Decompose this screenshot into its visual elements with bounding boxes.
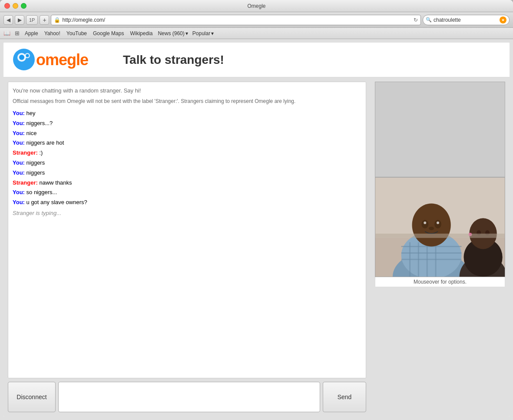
tab-indicator[interactable]: 1P <box>26 15 38 25</box>
msg-text-2: niggers...? <box>26 120 53 126</box>
msg-text-7: niggers <box>26 169 45 176</box>
chat-line-4: You: niggers are hot <box>13 139 361 148</box>
you-label-10: You: <box>13 199 25 205</box>
msg-text-3: nice <box>26 130 37 136</box>
video-scene <box>375 178 505 277</box>
address-text: http://omegle.com/ <box>62 17 412 23</box>
you-label-1: You: <box>13 110 25 116</box>
official-message: Official messages from Omegle will not b… <box>13 97 361 106</box>
browser-window: Omegle ◀ ▶ 1P + 🔒 http://omegle.com/ ↻ 🔍… <box>0 0 513 420</box>
msg-text-10: u got any slave owners? <box>26 199 87 205</box>
you-label-9: You: <box>13 189 25 195</box>
search-engine-icon: ★ <box>500 17 506 23</box>
msg-text-1: hey <box>26 110 36 116</box>
chat-line-5: Stranger: :) <box>13 149 361 158</box>
video-content <box>375 178 505 277</box>
svg-rect-28 <box>375 234 504 238</box>
chat-section: You're now chatting with a random strang… <box>3 77 371 417</box>
bookmark-apple[interactable]: Apple <box>22 30 41 37</box>
bookmark-news[interactable]: News (960) ▾ <box>156 30 189 37</box>
main-layout: You're now chatting with a random strang… <box>3 77 510 417</box>
minimize-button[interactable] <box>13 3 18 9</box>
chat-line-1: You: hey <box>13 109 361 118</box>
mouseover-text: Mouseover for options. <box>375 277 505 287</box>
stranger-label-5: Stranger: <box>13 149 38 156</box>
svg-point-20 <box>437 222 439 224</box>
chat-line-3: You: nice <box>13 129 361 138</box>
local-video <box>375 82 505 177</box>
svg-point-18 <box>434 220 441 228</box>
chat-line-8: Stranger: naww thanks <box>13 179 361 188</box>
bookmark-wikipedia[interactable]: Wikipedia <box>127 30 155 37</box>
stranger-video[interactable] <box>375 177 505 277</box>
omegle-logo: omegle <box>12 48 88 72</box>
msg-text-8: naww thanks <box>39 179 72 186</box>
new-tab-button[interactable]: + <box>40 15 49 25</box>
bookmark-googlemaps[interactable]: Google Maps <box>90 30 126 37</box>
typing-indicator: Stranger is typing... <box>13 209 361 218</box>
message-input[interactable] <box>58 382 320 412</box>
search-bar[interactable]: 🔍 chatroulette ★ <box>423 15 510 25</box>
address-bar[interactable]: 🔒 http://omegle.com/ ↻ <box>51 15 421 25</box>
chat-line-9: You: so niggers... <box>13 188 361 197</box>
omegle-logo-icon <box>12 48 36 72</box>
omegle-header: omegle Talk to strangers! <box>3 43 510 77</box>
svg-point-16 <box>412 203 451 246</box>
you-label-2: You: <box>13 120 25 126</box>
window-controls <box>4 3 26 9</box>
forward-button[interactable]: ▶ <box>15 15 24 25</box>
maximize-button[interactable] <box>21 3 26 9</box>
chat-box[interactable]: You're now chatting with a random strang… <box>8 82 366 378</box>
toolbar: ◀ ▶ 1P + 🔒 http://omegle.com/ ↻ 🔍 chatro… <box>0 12 513 28</box>
msg-text-5: :) <box>39 149 43 156</box>
disconnect-button[interactable]: Disconnect <box>8 382 56 412</box>
refresh-button[interactable]: ↻ <box>414 17 418 23</box>
tagline: Talk to strangers! <box>123 53 224 67</box>
stranger-label-8: Stranger: <box>13 179 38 186</box>
bookmark-youtube[interactable]: YouTube <box>64 30 89 37</box>
window-title: Omegle <box>247 3 265 9</box>
video-section: Mouseover for options. <box>371 77 510 417</box>
svg-point-19 <box>424 222 426 224</box>
msg-text-6: niggers <box>26 159 45 166</box>
page-area: omegle Talk to strangers! You're now cha… <box>0 39 513 420</box>
msg-text-9: so niggers... <box>26 189 57 195</box>
back-button[interactable]: ◀ <box>3 15 13 25</box>
dropdown-arrow-popular: ▾ <box>211 30 214 36</box>
bookmarks-icon[interactable]: 📖 <box>3 30 10 36</box>
bookmarks-bar: 📖 ⊞ Apple Yahoo! YouTube Google Maps Wik… <box>0 28 513 39</box>
svg-point-2 <box>19 55 24 60</box>
chat-line-2: You: niggers...? <box>13 119 361 128</box>
you-label-6: You: <box>13 159 25 166</box>
chat-input-area: Disconnect Send <box>8 382 366 412</box>
system-message: You're now chatting with a random strang… <box>13 86 361 96</box>
you-label-7: You: <box>13 169 25 176</box>
page-content: omegle Talk to strangers! You're now cha… <box>3 43 510 417</box>
svg-point-17 <box>421 220 428 228</box>
search-query: chatroulette <box>434 17 498 23</box>
search-icon: 🔍 <box>426 17 432 23</box>
svg-point-21 <box>429 227 434 230</box>
you-label-3: You: <box>13 130 25 136</box>
msg-text-4: niggers are hot <box>26 139 64 146</box>
send-button[interactable]: Send <box>323 382 366 412</box>
logo-text: omegle <box>36 51 88 69</box>
bookmark-popular[interactable]: Popular ▾ <box>191 30 215 37</box>
chat-line-6: You: niggers <box>13 159 361 168</box>
you-label-4: You: <box>13 139 25 146</box>
location-icon: 🔒 <box>54 17 60 23</box>
close-button[interactable] <box>4 3 10 9</box>
title-bar: Omegle <box>0 0 513 12</box>
svg-point-4 <box>26 54 29 57</box>
chat-line-10: You: u got any slave owners? <box>13 198 361 207</box>
chat-line-7: You: niggers <box>13 169 361 178</box>
grid-icon[interactable]: ⊞ <box>15 30 20 36</box>
bookmark-yahoo[interactable]: Yahoo! <box>42 30 63 37</box>
dropdown-arrow-news: ▾ <box>185 30 188 36</box>
